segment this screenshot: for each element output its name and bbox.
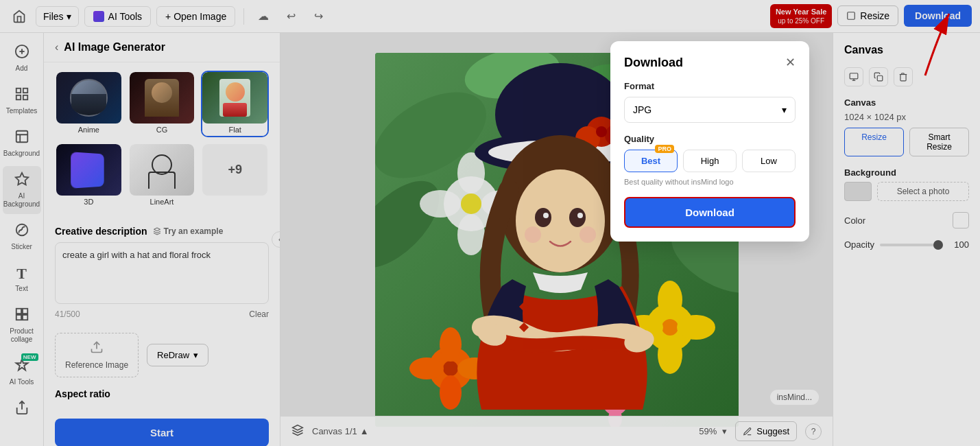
quality-high-button[interactable]: High: [683, 150, 737, 172]
quality-high-label: High: [701, 156, 719, 166]
format-value: JPG: [633, 104, 652, 115]
quality-hint: Best quality without insMind logo: [624, 178, 796, 186]
quality-label: Quality: [624, 134, 796, 144]
pro-badge: PRO: [655, 145, 674, 153]
format-label: Format: [624, 81, 796, 91]
modal-download-button[interactable]: Download: [624, 197, 796, 228]
download-modal: Download ✕ Format JPG ▾ Quality Best PRO…: [610, 41, 809, 242]
format-select[interactable]: JPG ▾: [624, 97, 796, 123]
modal-close-button[interactable]: ✕: [785, 55, 796, 70]
modal-overlay: Download ✕ Format JPG ▾ Quality Best PRO…: [0, 0, 980, 446]
quality-best-button[interactable]: Best PRO: [624, 150, 678, 172]
quality-low-button[interactable]: Low: [742, 150, 796, 172]
quality-row: Best PRO High Low: [624, 150, 796, 172]
modal-header: Download ✕: [624, 55, 796, 70]
format-chevron-icon: ▾: [782, 104, 787, 115]
modal-title: Download: [624, 56, 683, 70]
quality-best-label: Best: [641, 156, 660, 166]
quality-low-label: Low: [761, 156, 777, 166]
